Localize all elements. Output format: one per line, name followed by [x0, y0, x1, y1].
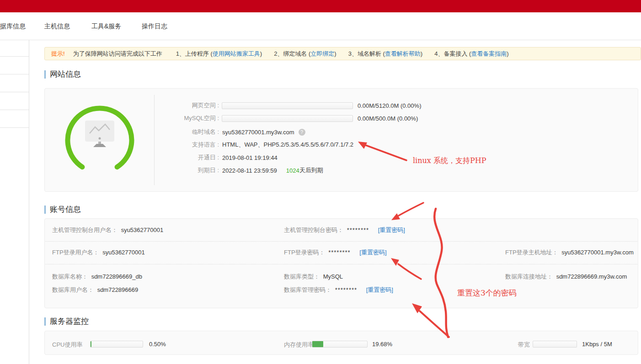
languages-value: HTML、WAP、PHP5.2/5.3/5.4/5.5/5.6/7.0/7.1/… [222, 141, 353, 149]
section-title-text: 服务器监控 [50, 316, 89, 327]
bandwidth-value: 1Kbps / 5M [582, 341, 612, 348]
notice-step-bind-domain: 2、绑定域名 (立即绑定) [274, 50, 337, 58]
cpu-usage-bar [90, 341, 143, 348]
dns-help-link[interactable]: 查看解析帮助 [385, 50, 421, 57]
bandwidth-label: 带宽 [518, 341, 530, 349]
ftp-password-value: ******** [328, 249, 350, 256]
bandwidth-bar [533, 341, 577, 348]
db-name-field: 数据库名称： sdm722896669_db [52, 273, 142, 281]
notice-step-upload: 1、上传程序 (使用网站搬家工具) [176, 50, 262, 58]
title-accent-bar [44, 70, 46, 79]
notice-step-dns: 3、域名解析 (查看解析帮助) [348, 50, 423, 58]
mysql-space-progressbar [222, 115, 353, 122]
sidebar-item[interactable] [0, 74, 29, 92]
ftp-host-field: FTP登录主机地址： syu5362770001.my3w.com [505, 248, 634, 257]
notice-step-text: 4、备案接入 ( [434, 50, 471, 57]
db-name-label: 数据库名称： [52, 273, 88, 280]
web-space-value: 0.00M/5120.0M (0.00%) [358, 102, 421, 109]
console-username-field: 主机管理控制台用户名： syu5362770001 [52, 226, 163, 234]
console-username-value: syu5362770001 [121, 227, 164, 233]
notice-bar: 提示! 为了保障网站访问请完成以下工作 1、上传程序 (使用网站搬家工具) 2、… [44, 47, 641, 60]
web-space-progressbar [222, 102, 353, 109]
bind-now-link[interactable]: 立即绑定 [310, 50, 334, 57]
days-remaining-number: 1024 [286, 167, 299, 174]
ftp-username-value: syu5362770001 [102, 249, 145, 256]
ftp-password-label: FTP登录密码： [284, 249, 325, 256]
notice-step-text: ) [260, 50, 262, 57]
monitor-icon [85, 121, 114, 147]
annotation-arrow [399, 203, 423, 216]
server-monitor-card: CPU使用率 0.50% 内存使用率 19.68% 带宽 1Kbps / 5M [44, 331, 638, 355]
sidebar [0, 40, 29, 364]
notice-intro: 为了保障网站访问请完成以下工作 [73, 50, 162, 58]
sidebar-item[interactable] [0, 40, 29, 57]
sidebar-item[interactable] [0, 57, 29, 74]
reset-db-password-link[interactable]: [重置密码] [366, 286, 393, 293]
card-divider [154, 95, 155, 185]
reset-console-password-link[interactable]: [重置密码] [378, 227, 405, 233]
db-type-value: MySQL [323, 273, 343, 280]
notice-step-icp: 4、备案接入 (查看备案指南) [434, 50, 509, 58]
db-host-value: sdm722896669.my3w.com [556, 273, 627, 280]
mysql-space-row: MySQL空间 : 0.00M/500.0M (0.00%) [168, 114, 418, 123]
title-accent-bar [44, 317, 46, 326]
tab-host-info[interactable]: 主机信息 [44, 12, 70, 40]
db-password-value: ******** [335, 286, 357, 293]
notice-step-text: ) [334, 50, 336, 57]
console-password-label: 主机管理控制台密码： [284, 227, 343, 233]
reset-ftp-password-link[interactable]: [重置密码] [359, 249, 386, 256]
expire-date-row: 到期日 : 2022-08-11 23:59:59 1024 天后到期 [168, 166, 323, 175]
db-username-field: 数据库用户名： sdm722896669 [52, 286, 138, 294]
ftp-host-value: syu5362770001.my3w.com [561, 249, 634, 256]
mysql-space-value: 0.00M/500.0M (0.00%) [358, 115, 418, 122]
row-divider [45, 264, 637, 264]
ftp-host-label: FTP登录主机地址： [505, 249, 558, 256]
tab-database-info[interactable]: 据库信息 [0, 12, 26, 40]
db-host-field: 数据库连接地址： sdm722896669.my3w.com [505, 273, 627, 281]
memory-usage-value: 19.68% [372, 341, 392, 348]
notice-badge: 提示! [51, 50, 65, 58]
section-title-text: 账号信息 [50, 204, 81, 215]
db-host-label: 数据库连接地址： [505, 273, 553, 280]
site-mover-tool-link[interactable]: 使用网站搬家工具 [213, 50, 260, 57]
sidebar-item[interactable] [0, 92, 29, 110]
row-divider [45, 241, 637, 242]
memory-usage-bar [312, 341, 368, 348]
icp-guide-link[interactable]: 查看备案指南 [471, 50, 507, 57]
temp-domain-label: 临时域名 : [168, 128, 219, 136]
ftp-username-field: FTP登录用户名： syu5362770001 [52, 248, 145, 257]
site-info-title: 网站信息 [44, 69, 81, 79]
memory-usage-label: 内存使用率 [284, 341, 314, 349]
tab-tools-services[interactable]: 工具&服务 [91, 12, 121, 40]
open-date-value: 2019-08-01 19:19:44 [222, 154, 278, 161]
notice-step-text: 2、绑定域名 ( [274, 50, 310, 57]
web-space-row: 网页空间 : 0.00M/5120.0M (0.00%) [168, 101, 421, 110]
notice-step-text: ) [421, 50, 422, 57]
open-date-row: 开通日 : 2019-08-01 19:19:44 [168, 153, 278, 162]
help-icon[interactable]: ? [299, 129, 305, 136]
tab-operation-log[interactable]: 操作日志 [142, 12, 167, 40]
server-monitor-title: 服务器监控 [44, 316, 89, 327]
temp-domain-row: 临时域名 : syu5362770001.my3w.com ? [168, 127, 305, 137]
notice-step-text: 3、域名解析 ( [348, 50, 385, 57]
cpu-usage-value: 0.50% [149, 341, 166, 348]
languages-row: 支持语言 : HTML、WAP、PHP5.2/5.3/5.4/5.5/5.6/7… [168, 140, 353, 149]
notice-step-text: 1、上传程序 ( [176, 50, 213, 57]
db-type-label: 数据库类型： [284, 273, 320, 280]
site-info-card: 运行中 网页空间 : 0.00M/5120.0M (0.00%) MySQL空间… [44, 88, 638, 192]
db-type-field: 数据库类型： MySQL [284, 273, 343, 281]
top-brand-bar [0, 0, 641, 12]
title-accent-bar [44, 206, 46, 214]
mysql-space-label: MySQL空间 : [168, 114, 219, 122]
account-info-title: 账号信息 [44, 204, 81, 215]
console-password-field: 主机管理控制台密码： ******** [重置密码] [284, 226, 405, 234]
languages-label: 支持语言 : [168, 141, 219, 149]
notice-step-text: ) [507, 50, 508, 57]
ftp-username-label: FTP登录用户名： [52, 249, 99, 256]
temp-domain-value: syu5362770001.my3w.com [222, 129, 294, 136]
sidebar-item[interactable] [0, 110, 29, 128]
web-space-label: 网页空间 : [168, 101, 219, 110]
db-username-label: 数据库用户名： [52, 286, 94, 293]
db-username-value: sdm722896669 [97, 286, 139, 293]
top-nav: 据库信息 主机信息 工具&服务 操作日志 [0, 12, 641, 40]
